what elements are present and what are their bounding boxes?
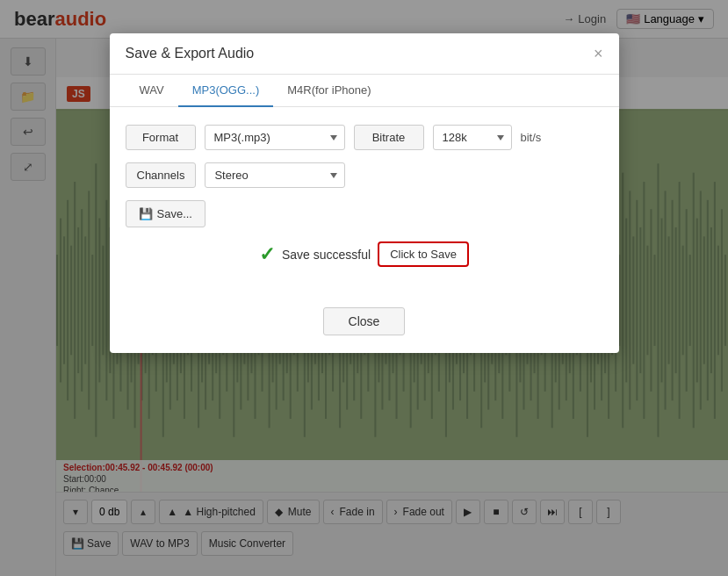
bitrate-select[interactable]: 64k 96k 128k 192k 256k 320k xyxy=(433,125,512,150)
channels-select[interactable]: Mono Stereo xyxy=(205,162,345,188)
success-checkmark: ✓ xyxy=(259,243,275,266)
format-label: Format xyxy=(126,125,196,150)
modal-save-button[interactable]: 💾 Save... xyxy=(126,200,205,227)
success-area: ✓ Save successful Click to Save xyxy=(126,241,603,267)
modal-header: Save & Export Audio × xyxy=(110,33,619,75)
tab-wav-label: WAV xyxy=(140,83,164,97)
bitrate-unit: bit/s xyxy=(521,131,542,144)
tab-m4r-label: M4R(for iPhone) xyxy=(287,83,371,97)
channels-row: Channels Mono Stereo xyxy=(126,162,603,188)
format-select[interactable]: MP3(.mp3) OGG(.ogg) AAC(.aac) xyxy=(205,125,345,150)
tab-mp3[interactable]: MP3(OGG...) xyxy=(178,75,274,107)
tab-wav[interactable]: WAV xyxy=(126,75,178,107)
modal-close-footer-button[interactable]: Close xyxy=(323,307,406,335)
modal-body: Format MP3(.mp3) OGG(.ogg) AAC(.aac) Bit… xyxy=(110,107,619,299)
save-export-modal: Save & Export Audio × WAV MP3(OGG...) M4… xyxy=(110,33,619,353)
modal-footer: Close xyxy=(110,299,619,353)
tab-m4r[interactable]: M4R(for iPhone) xyxy=(273,75,385,107)
bitrate-label: Bitrate xyxy=(354,125,424,150)
modal-close-button[interactable]: × xyxy=(594,46,603,61)
modal-tabs: WAV MP3(OGG...) M4R(for iPhone) xyxy=(110,75,619,107)
save-button-row: 💾 Save... xyxy=(126,200,603,227)
save-floppy-icon: 💾 xyxy=(139,207,153,220)
modal-title: Save & Export Audio xyxy=(126,46,255,61)
click-to-save-button[interactable]: Click to Save xyxy=(378,241,469,267)
tab-mp3-label: MP3(OGG...) xyxy=(192,83,260,97)
format-row: Format MP3(.mp3) OGG(.ogg) AAC(.aac) Bit… xyxy=(126,125,603,150)
success-text: Save successful xyxy=(282,248,371,262)
modal-save-label: Save... xyxy=(157,207,192,220)
channels-label: Channels xyxy=(126,162,197,188)
app-background: bearaudio → Login 🇺🇸 Language ▾ ⬇ 📁 ↩ ⤢ … xyxy=(0,0,728,576)
